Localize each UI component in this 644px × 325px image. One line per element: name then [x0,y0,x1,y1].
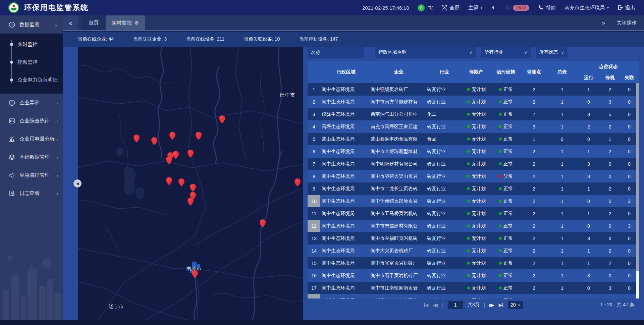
table-row[interactable]: 3仪陇生态环境局西南油气田分公司川中化工无计划正常71350 [308,108,639,120]
tab-实时监控[interactable]: 实时监控⊗ [106,15,145,30]
sidebar-item-企业电力负荷明细[interactable]: 企业电力负荷明细 [0,71,63,89]
facility-status-label: 正常 [503,124,513,130]
sidebar-group-7[interactable]: 日志查看‹ [0,184,63,202]
status-filter-select[interactable]: 所有状态 ∨ [536,47,568,58]
table-scrollbar[interactable] [636,83,639,299]
name-filter-input-box[interactable] [308,47,364,58]
map-pin-icon[interactable] [190,184,196,192]
map-pin-icon[interactable] [151,137,157,145]
table-row[interactable]: 14阆中生态环境局阆中大兴页岩机砖厂砖瓦行业无计划正常21120 [308,245,639,257]
close-operations-button[interactable]: 关闭操作 [616,20,637,26]
map-pin-icon[interactable] [133,134,140,143]
map-pin-icon[interactable] [173,151,179,159]
tab-首页[interactable]: 首页 [83,15,105,30]
cell-industry: 砖瓦行业 [427,149,462,155]
cell-meters: 0 [547,137,577,142]
table-row[interactable]: 7阆中生态环境局阆中明阳建材有限公司砖瓦行业无计划正常21300 [308,158,639,170]
stop-status-label: 无计划 [472,235,486,241]
last-page-button[interactable]: ▶ [499,303,503,308]
col-header-meters: 总表 [547,61,577,83]
map-pin-icon[interactable] [219,115,225,123]
sidebar-group-5[interactable]: 基础数据管理‹ [0,148,63,166]
table-row[interactable]: 8阆中生态环境局阆中市枣碧大梁山页岩砖瓦行业无计划异常21300 [308,170,639,182]
cell-run: 1 [577,186,600,192]
cell-industry: 砖瓦行业 [427,235,462,241]
facility-status-label: 正常 [503,211,513,217]
table-row[interactable]: 17阆中生态环境局阆中市江南镇阆南页岩砖瓦行业无计划正常21030 [308,282,639,294]
status-dot-icon [499,237,502,240]
chevron-down-icon: ∨ [518,303,520,307]
sidebar-group-2[interactable]: 企业异常‹ [0,94,63,112]
bell-icon [505,5,511,10]
stop-status-label: 无计划 [472,260,486,266]
map-pin-icon[interactable] [169,132,175,140]
region-filter-select[interactable]: 行政区域名称 ∨ [375,47,476,58]
col-header-index [308,61,320,73]
sidebar-group-4[interactable]: 企业用电量分析‹ [0,130,63,148]
chevron-left-icon: ‹ [57,118,58,124]
theme-menu[interactable]: 主题 ▾ [468,5,482,11]
industry-filter-select[interactable]: 所有行业 ∨ [481,47,531,58]
sidebar-item-视频监控[interactable]: 视频监控 [0,53,63,71]
cell-region: 阆中生态环境局 [320,235,371,241]
help-button[interactable]: 帮助 [538,5,556,11]
tabs-scroll-right-button[interactable]: » [602,19,605,26]
tabbar-actions: » 关闭操作 [602,15,644,30]
table-row[interactable]: 13阆中生态环境局阆中市金福旺页岩机砖砖瓦行业无计划正常21300 [308,232,639,245]
table-row[interactable]: 6阆中生态环境局阆中市金博瑞新型墙材砖瓦行业无计划正常21120 [308,145,639,158]
org-menu[interactable]: 南充市生态环境局 ▾ [565,5,609,11]
map-pin-icon[interactable] [294,178,301,186]
stop-status-label: 无计划 [472,161,486,167]
table-row[interactable]: 9阆中生态环境局阆中市二龙长宝页岩砖砖瓦行业无计划正常21120 [308,182,639,195]
next-page-button[interactable]: ▶▶ [489,303,494,308]
main-row: 巴中市南充市遂宁市 ◀ 行政区域名称 ∨ 所有行业 ∨ [63,47,644,320]
map-collapse-button[interactable]: ◀ [73,179,82,187]
table-row[interactable]: 15阆中生态环境局阆中市光富页岩机砖厂砖瓦行业无计划正常21120 [308,257,639,269]
table-row[interactable]: 2阆中生态环境局阆中市南方节能建材有砖瓦行业无计划正常21030 [308,96,639,108]
map-pin-icon[interactable] [192,270,198,278]
map-pin-icon[interactable] [187,150,194,158]
sidebar-item-实时监控[interactable]: 实时监控 [0,36,63,53]
logout-button[interactable]: 退出 [618,5,635,11]
sound-toggle[interactable] [491,5,496,10]
table-row[interactable]: 11阆中生态环境局阆中市五马桥页岩机砖砖瓦行业无计划正常21120 [308,207,639,220]
map-pin-icon[interactable] [166,156,172,164]
sidebar-group-label: 数据监测 [19,21,40,28]
fullscreen-button[interactable]: 全屏 [442,5,460,11]
tabs-scroll-left-button[interactable]: « [63,15,78,30]
table-row[interactable]: 12阆中生态环境局阆中市忠信建材有限公砖瓦行业无计划正常21003 [308,220,639,232]
cell-company: 阆中市忠信建材有限公 [371,223,427,229]
table-row[interactable]: 1阆中生态环境局阆中强锐页岩砖厂砖瓦行业无计划正常21120 [308,83,639,96]
map-pin-icon[interactable] [196,132,202,140]
sidebar-group-6[interactable]: 应急减排管理‹ [0,166,63,184]
page-size-select[interactable]: 20 ∨ [508,301,523,309]
table-row[interactable]: 4高坪生态环境局南充市高坪区王家店建砖瓦行业无计划正常31220 [308,120,639,133]
page-number-input[interactable] [448,301,463,309]
status-dot-icon [467,262,470,265]
map-pin-icon[interactable] [178,178,184,186]
stats-icon [9,118,15,124]
cell-meters: 1 [547,112,577,117]
cell-stop-status: 无计划 [462,87,491,93]
notifications[interactable]: 2632 [505,5,529,11]
table-row[interactable]: 10阆中生态环境局阆中千佛镇五郎垭页岩砖瓦行业无计划正常21003 [308,195,639,207]
table-row[interactable]: 16阆中生态环境局阆中市石子页岩机砖厂砖瓦行业无计划正常21300 [308,269,639,282]
scrollbar-thumb[interactable] [636,83,639,271]
name-filter-input[interactable] [311,50,361,55]
first-page-button[interactable]: ◀ [424,303,428,308]
col-header-company: 企业 [371,61,427,83]
sidebar-group-label: 应急减排管理 [19,172,50,178]
map-pin-icon[interactable] [260,219,266,227]
table-row[interactable]: 18南部生态环境局南部县砖华士砖有限公建材行业无计划正常60060 [308,294,639,299]
prev-page-button[interactable]: ◀◀ [433,303,438,308]
tab-close-icon[interactable]: ⊗ [135,20,139,26]
map-pin-icon[interactable] [166,177,172,185]
chevron-down-icon: ∨ [558,50,564,55]
tab-bar: « 首页实时监控⊗ » 关闭操作 [63,15,644,31]
status-dot-icon [499,150,502,153]
table-row[interactable]: 5营山生态环境局营山县润丰肉食品有限食品无计划正常10010 [308,133,639,145]
map-pin-icon[interactable] [187,198,194,206]
sidebar-group-1[interactable]: 数据监测⌄ [0,15,63,34]
sidebar-group-3[interactable]: 企业综合统计‹ [0,112,63,130]
cell-points: 3 [521,124,547,129]
